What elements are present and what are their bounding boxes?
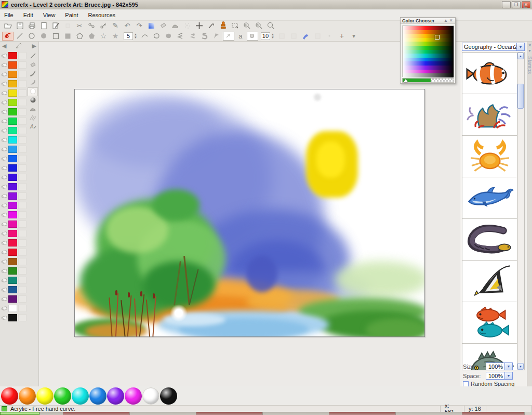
tube-color-swatch[interactable] xyxy=(8,295,17,303)
paint-tube-row[interactable] xyxy=(1,107,26,116)
hue-row[interactable] xyxy=(403,34,454,38)
cut-button[interactable]: ✂ xyxy=(74,21,85,30)
paint-tube-row[interactable] xyxy=(1,79,26,88)
add-button[interactable]: + xyxy=(336,32,348,41)
paint-tube-row[interactable] xyxy=(1,126,26,135)
paint-tube-row[interactable] xyxy=(1,201,26,210)
paint-tube-row[interactable] xyxy=(1,276,26,285)
paint-tube-row[interactable] xyxy=(1,51,26,60)
star-filled-button[interactable]: ★ xyxy=(110,32,121,41)
tube-color-swatch[interactable] xyxy=(8,71,17,78)
stamp-moorish-idol[interactable] xyxy=(462,261,517,302)
paint-tube-row[interactable] xyxy=(1,154,26,163)
shape-size-spinner[interactable]: 5 ▲▼ xyxy=(124,32,137,40)
paint-tube-row[interactable] xyxy=(1,229,26,238)
tube-color-swatch[interactable] xyxy=(8,267,17,275)
ellipse-filled-button[interactable] xyxy=(38,32,49,41)
eraser-button[interactable] xyxy=(157,21,169,30)
s-bold-button[interactable] xyxy=(199,32,210,41)
quick-color-circle[interactable] xyxy=(36,387,54,405)
paint-tube-row[interactable] xyxy=(1,135,26,145)
tube-color-swatch[interactable] xyxy=(8,118,17,125)
tube-color-swatch[interactable] xyxy=(8,192,17,200)
color-spectrum[interactable] xyxy=(402,25,454,77)
closed-curve-button[interactable] xyxy=(151,32,163,41)
print-button[interactable] xyxy=(26,21,37,30)
pentagon-filled-button[interactable] xyxy=(86,32,97,41)
pencil-button[interactable]: ✎ xyxy=(110,21,121,30)
menu-item-file[interactable]: File xyxy=(4,10,19,20)
hue-row[interactable] xyxy=(403,61,454,66)
selected-color-bar[interactable] xyxy=(402,78,454,83)
chevron-down-icon[interactable]: ▼ xyxy=(504,363,512,370)
tube-color-swatch[interactable] xyxy=(8,136,17,144)
stamp-clownfish[interactable] xyxy=(462,53,517,94)
restore-button[interactable]: ❐ xyxy=(512,1,521,8)
collapse-icon[interactable]: ▲ xyxy=(443,18,448,23)
stamp-eel[interactable] xyxy=(462,219,517,261)
paint-tube-row[interactable] xyxy=(1,304,26,313)
paint-tube-row[interactable] xyxy=(1,60,26,70)
paint-tube-row[interactable] xyxy=(1,285,26,294)
paint-tube-row[interactable] xyxy=(1,266,26,276)
spin-down-icon[interactable]: ▼ xyxy=(271,36,274,39)
color-slider-marker[interactable] xyxy=(404,79,408,82)
tube-color-swatch[interactable] xyxy=(8,277,17,284)
tube-color-swatch[interactable] xyxy=(8,146,17,153)
closed-curve-filled-button[interactable] xyxy=(163,32,175,41)
paint-tube-row[interactable] xyxy=(1,88,26,98)
stamp-crab[interactable] xyxy=(462,136,517,177)
zigzag-filled-button[interactable] xyxy=(187,32,198,41)
close-panel-icon[interactable]: ✕ xyxy=(448,18,454,23)
crosshair-button[interactable] xyxy=(193,21,205,30)
menu-item-edit[interactable]: Edit xyxy=(23,10,39,20)
close-icon[interactable]: ✕ xyxy=(528,43,532,48)
tube-color-swatch[interactable] xyxy=(8,305,17,312)
paint-tube-row[interactable] xyxy=(1,145,26,154)
taskbar-segment[interactable] xyxy=(462,412,525,415)
paint-tube-row[interactable] xyxy=(1,238,26,248)
quick-color-circle[interactable] xyxy=(72,387,89,405)
tube-color-swatch[interactable] xyxy=(8,155,17,162)
tube-color-swatch[interactable] xyxy=(8,174,17,181)
scoop-brush-button[interactable] xyxy=(28,79,38,87)
paint-tube-row[interactable] xyxy=(1,163,26,173)
tube-color-swatch[interactable] xyxy=(8,249,17,256)
letter-a-button[interactable]: a xyxy=(235,32,246,41)
select-rect-button[interactable] xyxy=(229,21,241,30)
stamp-scrollbar[interactable]: ▲ ▼ xyxy=(517,52,525,370)
paint-tube-row[interactable] xyxy=(1,248,26,257)
line-button[interactable] xyxy=(14,32,25,41)
hue-row[interactable] xyxy=(403,30,454,34)
paste-button[interactable] xyxy=(98,21,109,30)
soft-round-brush-button[interactable] xyxy=(28,87,38,96)
paint-tube-row[interactable] xyxy=(1,70,26,79)
menu-item-paint[interactable]: Paint xyxy=(65,10,84,20)
tube-color-swatch[interactable] xyxy=(8,258,17,265)
arrow-pressed-button[interactable] xyxy=(223,32,234,41)
quick-color-circle[interactable] xyxy=(89,387,107,405)
taskbar-segment[interactable] xyxy=(196,412,263,415)
quick-color-circle[interactable] xyxy=(142,387,159,405)
taskbar-segment[interactable] xyxy=(396,412,462,415)
stamp-coral[interactable] xyxy=(462,94,517,136)
tube-color-swatch[interactable] xyxy=(8,239,17,247)
color-chooser-panel[interactable]: Color Chooser ▲ ✕ xyxy=(400,17,456,84)
tube-color-swatch[interactable] xyxy=(8,164,17,172)
quick-color-circle[interactable] xyxy=(54,387,71,405)
paint-tube-row[interactable] xyxy=(1,219,26,229)
quill-brush-button[interactable] xyxy=(28,70,38,79)
freehand-button[interactable] xyxy=(2,32,14,41)
quick-color-circle[interactable] xyxy=(125,387,142,405)
hue-row[interactable] xyxy=(403,38,454,42)
undo-button[interactable]: ↶ xyxy=(122,21,133,30)
minimize-button[interactable]: _ xyxy=(502,1,511,8)
star-button[interactable]: ☆ xyxy=(98,32,109,41)
zoom-select-button[interactable] xyxy=(241,21,252,30)
drawing-canvas[interactable] xyxy=(74,89,425,337)
hue-row[interactable] xyxy=(403,70,454,74)
tube-color-swatch[interactable] xyxy=(8,183,17,190)
random-spacing-checkbox[interactable] xyxy=(463,381,469,387)
paint-tube-row[interactable] xyxy=(1,210,26,219)
scroll-down-icon[interactable]: ▼ xyxy=(517,363,524,370)
